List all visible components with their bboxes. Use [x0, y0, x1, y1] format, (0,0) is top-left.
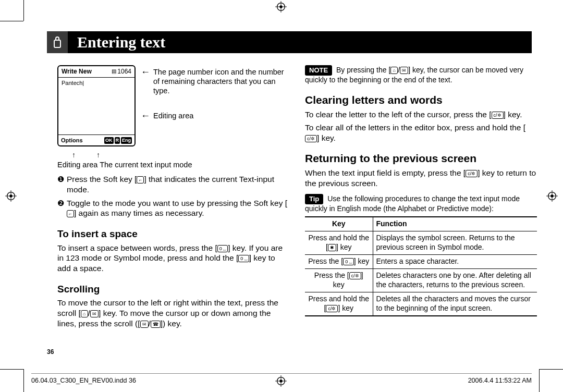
page-frame: Entering text Write New ▤1064 Pantech| O…	[31, 21, 532, 365]
cell-key: Press and hold the [c/✲] key	[305, 292, 373, 315]
phone-diagram: Write New ▤1064 Pantech| Options OK R En…	[57, 65, 289, 146]
note-text: By pressing the [⌂/✉] key, the cursor ca…	[305, 66, 523, 84]
crop-mark	[23, 369, 24, 392]
cell-key: Press and hold the [✱] key	[305, 231, 373, 255]
scrolling-heading: Scrolling	[57, 283, 289, 296]
nav-up-icon: ✉	[140, 321, 149, 328]
returning-body: When the text input field is empty, pres…	[305, 168, 537, 189]
page-number: 36	[47, 348, 54, 356]
down-arrows: ↑↑	[72, 151, 289, 160]
arrow-left-icon: ←	[141, 67, 150, 77]
note-block: NOTE By pressing the [⌂/✉] key, the curs…	[305, 65, 537, 85]
footer-divider	[31, 373, 532, 374]
cell-key: Press the [0 ⎵] key	[305, 255, 373, 269]
key-0-icon: 0 ⎵	[217, 245, 228, 252]
crop-mark	[540, 369, 563, 370]
crop-mark	[539, 369, 540, 392]
cell-func: Deletes all the characters and moves the…	[373, 292, 537, 315]
left-column: Write New ▤1064 Pantech| Options OK R En…	[57, 65, 289, 329]
header-bar: Entering text	[47, 31, 532, 53]
step-1: ❶ Press the Soft key [⌐] that indicates …	[57, 174, 289, 195]
page-icon: ▤	[112, 68, 116, 75]
key-0-icon: 0 ⎵	[343, 258, 354, 265]
mid-annotation: Editing area	[153, 111, 193, 120]
scrolling-body: To move the cursor to the left or right …	[57, 298, 289, 328]
eng-badge: Eng	[121, 137, 132, 144]
clear-key-icon: c/✲	[305, 135, 317, 142]
softkey-icon: ⌐	[137, 176, 144, 183]
ok-badge: OK	[104, 137, 114, 144]
clear-key-icon: c/✲	[466, 170, 478, 177]
crop-mark	[0, 21, 23, 21]
registration-mark-icon	[5, 190, 17, 202]
bullet-2-icon: ❷	[57, 198, 67, 219]
clear-key-icon: c/✲	[492, 112, 504, 119]
top-annotation: The page number icon and the number of r…	[153, 67, 289, 95]
key-function-table: Key Function Press and hold the [✱] key …	[305, 216, 537, 316]
note-badge: NOTE	[305, 65, 332, 76]
right-column: NOTE By pressing the [⌂/✉] key, the curs…	[305, 65, 537, 329]
header-tab-icon	[47, 31, 68, 53]
phone-title: Write New	[62, 68, 92, 76]
returning-heading: Returning to the previous screen	[305, 152, 537, 166]
char-count: 1064	[117, 68, 131, 76]
clearing-p1: To clear the letter to the left of the c…	[305, 109, 537, 120]
table-row: Press the [0 ⎵] key Enters a space chara…	[305, 255, 537, 269]
softkey-icon: ⌐	[67, 210, 74, 217]
options-label: Options	[61, 137, 83, 144]
nav-down-icon: ☎	[151, 321, 161, 328]
table-row: Press the [c/✲] key Deletes characters o…	[305, 269, 537, 292]
footer-left: 06.04.03_C300_EN_REV00.indd 36	[31, 377, 136, 384]
cell-key: Press the [c/✲] key	[305, 269, 373, 292]
registration-mark-icon	[546, 190, 558, 202]
cell-func: Deletes characters one by one. After del…	[373, 269, 537, 292]
tip-block: Tip Use the following procedures to chan…	[305, 194, 537, 214]
tip-text: Use the following procedures to change t…	[305, 194, 520, 213]
key-0-icon: 0 ⎵	[238, 255, 249, 262]
nav-key-icon: ✉	[400, 67, 408, 74]
below-annotation: Editing area The current text input mode	[57, 160, 289, 170]
bullet-1-icon: ❶	[57, 174, 67, 195]
insert-space-body: To insert a space between words, press t…	[57, 243, 289, 274]
step-1-text: Press the Soft key [⌐] that indicates th…	[67, 174, 289, 195]
registration-mark-icon	[275, 1, 287, 13]
clearing-heading: Clearing letters and words	[305, 93, 537, 107]
cell-func: Enters a space character.	[373, 255, 537, 269]
crop-mark	[23, 0, 24, 21]
clearing-p2: To clear all of the letters in the edito…	[305, 123, 537, 143]
insert-space-heading: To insert a space	[57, 228, 289, 240]
step-2-text: Toggle to the mode you want to use by pr…	[67, 198, 289, 219]
svg-rect-16	[54, 40, 60, 47]
phone-screen: Write New ▤1064 Pantech| Options OK R En…	[57, 65, 136, 146]
page-title: Entering text	[77, 33, 165, 51]
nav-left-icon: ⌂	[81, 310, 88, 317]
th-key: Key	[305, 217, 373, 231]
table-row: Press and hold the [✱] key Displays the …	[305, 231, 537, 255]
nav-right-icon: ✉	[90, 310, 99, 317]
nav-key-icon: ⌂	[390, 67, 398, 74]
r-badge: R	[115, 137, 120, 144]
footer-right: 2006.4.4 11:53:22 AM	[468, 377, 532, 384]
cell-func: Displays the symbol screen. Returns to t…	[373, 231, 537, 255]
table-row: Press and hold the [c/✲] key Deletes all…	[305, 292, 537, 315]
arrow-left-icon: ←	[141, 111, 150, 120]
step-2: ❷ Toggle to the mode you want to use by …	[57, 198, 289, 219]
tip-badge: Tip	[305, 194, 323, 204]
footer: 06.04.03_C300_EN_REV00.indd 36 2006.4.4 …	[31, 377, 532, 384]
clear-key-icon: c/✲	[349, 272, 361, 279]
phone-editing-area: Pantech|	[58, 78, 134, 135]
th-function: Function	[373, 217, 537, 231]
crop-mark	[0, 369, 23, 370]
clear-key-icon: c/✲	[326, 305, 338, 312]
star-key-icon: ✱	[328, 244, 336, 251]
